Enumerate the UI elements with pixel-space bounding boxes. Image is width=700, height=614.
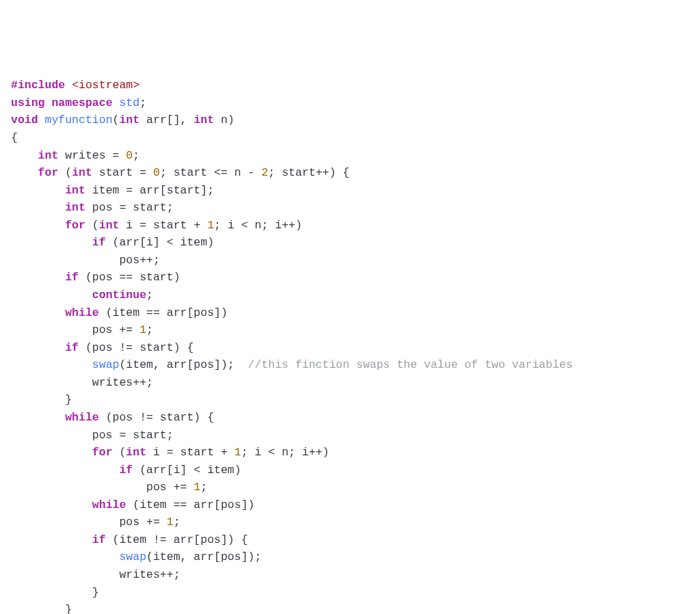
code-token: while [65,306,99,319]
code-token: (pos == start) [79,271,180,284]
code-token [11,289,92,302]
code-token: if [119,464,133,477]
code-line: while (pos != start) { [11,409,689,427]
code-token: ( [113,114,120,126]
code-line: if (arr[i] < item) [11,462,689,479]
code-token: ; i < n; i++) [241,446,329,459]
code-token: swap [92,358,120,371]
code-token [11,550,119,563]
code-token [11,464,119,477]
code-token: ( [58,166,72,179]
code-token: int [72,166,92,179]
code-line: pos++; [11,252,689,269]
code-token: swap [119,550,146,563]
code-token [11,166,38,179]
code-line: pos += 1; [11,321,689,339]
code-token: pos += [11,516,167,529]
code-token: ( [85,219,99,232]
code-line: int writes = 0; [11,147,689,165]
code-block: #include <iostream>using namespace std;v… [11,77,689,614]
code-token: (item == arr[pos]) [99,306,228,319]
code-token: //this finction swaps the value of two v… [248,358,573,371]
code-token: 0 [153,166,160,179]
code-token: } [11,603,72,614]
code-token: <iostream> [72,79,139,92]
code-line: writes++; [11,374,689,392]
code-token: (item, arr[pos]); [146,550,261,563]
code-token: int [193,114,214,126]
code-token: writes = [58,149,126,162]
code-token [11,236,92,249]
code-line: writes++; [11,566,689,584]
code-line: if (arr[i] < item) [11,234,689,252]
code-token: while [92,498,126,511]
code-token: void [11,114,38,126]
code-token: pos = start; [85,201,174,214]
code-line: pos += 1; [11,479,689,496]
code-token: (item != arr[pos]) { [106,533,248,546]
code-line: for (int start = 0; start <= n - 2; star… [11,164,689,182]
code-token: } [11,393,72,406]
code-line: swap(item, arr[pos]); [11,548,689,566]
code-token: start = [92,166,153,179]
code-line: while (item == arr[pos]) [11,304,689,322]
code-line: #include <iostream> [11,77,689,94]
code-line: if (item != arr[pos]) { [11,531,689,549]
code-token: i = start + [119,219,207,232]
code-token: (arr[i] < item) [133,464,241,477]
code-token: if [92,236,106,249]
code-token: namespace [51,96,112,109]
code-line: for (int i = start + 1; i < n; i++) [11,217,689,235]
code-line: for (int i = start + 1; i < n; i++) [11,444,689,462]
code-token [11,341,65,354]
code-line: if (pos != start) { [11,339,689,357]
code-token: n) [214,114,234,126]
code-token: ; [200,481,207,494]
code-token: 1 [207,219,214,232]
code-token: ; i < n; i++) [214,219,302,232]
code-token: int [119,114,139,126]
code-line: pos += 1; [11,513,689,531]
code-token: if [65,271,79,284]
code-token: if [65,341,79,354]
code-token: (item, arr[pos]); [119,358,247,371]
code-token [45,96,52,109]
code-token: } [11,586,99,599]
code-token [11,219,65,232]
code-line: pos = start; [11,427,689,444]
code-token: 1 [234,446,241,459]
code-token: while [65,411,99,424]
code-line: } [11,391,689,409]
code-token [11,533,92,546]
code-token: writes++; [11,376,153,389]
code-token [113,96,120,109]
code-token: pos += [11,481,193,494]
code-line: using namespace std; [11,94,689,112]
code-token: ; start++) { [268,166,349,179]
code-token: ; [139,96,146,109]
code-token: 0 [126,149,133,162]
code-token [11,201,65,214]
code-token: pos++; [11,254,160,267]
code-line: int item = arr[start]; [11,182,689,200]
code-token: 1 [167,516,174,529]
code-line: while (item == arr[pos]) [11,496,689,514]
code-token: pos = start; [11,429,174,442]
code-token: ; [133,149,139,162]
code-token: (arr[i] < item) [106,236,214,249]
code-token: int [99,219,120,232]
code-token: ; [146,323,153,336]
code-token [11,271,65,284]
code-token: pos += [11,323,139,336]
code-token: using [11,96,45,109]
code-token [11,306,65,319]
code-token: int [38,149,59,162]
code-token: arr[], [139,114,193,126]
code-token: ; [174,516,180,529]
code-token: writes++; [11,568,180,581]
code-token: (item == arr[pos]) [126,498,254,511]
code-token [11,411,65,424]
code-line: int pos = start; [11,199,689,217]
code-token: { [11,131,18,144]
code-token: ; [146,289,153,302]
